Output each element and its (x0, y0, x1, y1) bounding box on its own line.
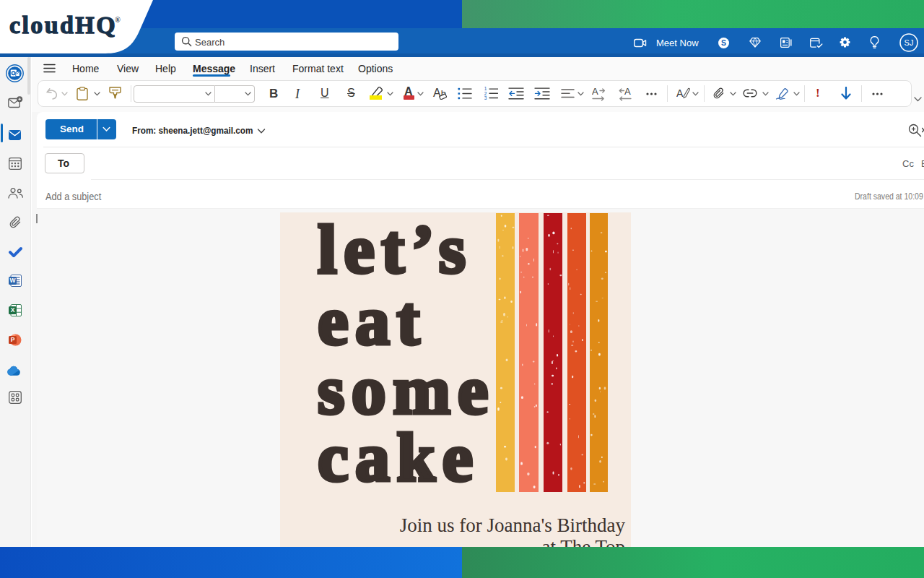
svg-text:A: A (676, 87, 684, 99)
svg-text:A: A (592, 87, 598, 97)
svg-text:A: A (624, 87, 631, 97)
svg-text:3: 3 (484, 95, 487, 100)
